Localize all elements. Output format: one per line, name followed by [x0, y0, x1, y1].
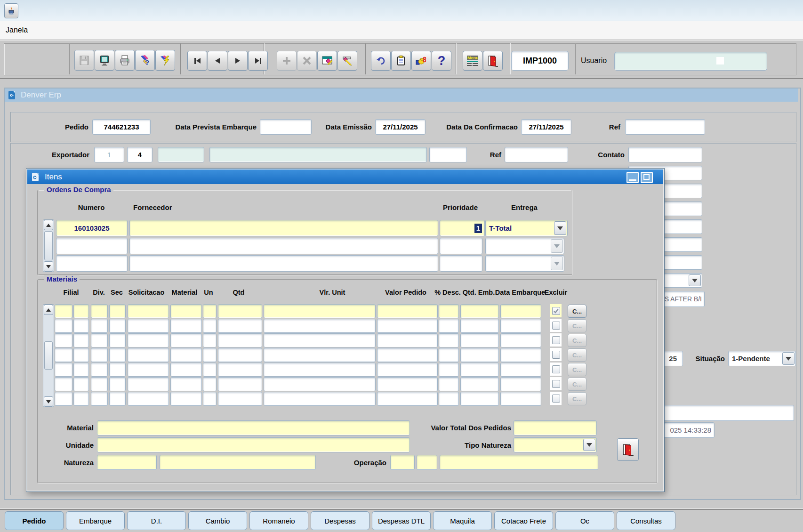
- material-cell-r7c2[interactable]: [73, 392, 89, 406]
- material-cell-r3c10[interactable]: [377, 333, 438, 347]
- material-cell-r4c2[interactable]: [73, 348, 89, 362]
- tab-maquila[interactable]: Maquila: [433, 511, 492, 530]
- material-cell-r6c7[interactable]: [203, 377, 217, 391]
- consulta-button[interactable]: C...: [568, 363, 586, 376]
- material-cell-r1c3[interactable]: [91, 304, 108, 318]
- material-cell-r4c11[interactable]: [439, 348, 459, 362]
- itens-dialog-titlebar[interactable]: Itens: [27, 169, 663, 184]
- material-cell-r2c5[interactable]: [128, 319, 169, 333]
- tab-despesas[interactable]: Despesas: [311, 511, 369, 530]
- menu-janela[interactable]: Janela: [6, 26, 28, 34]
- edit-execute-button[interactable]: [155, 50, 175, 71]
- material-cell-r6c11[interactable]: [439, 377, 459, 391]
- material-cell-r4c12[interactable]: [460, 348, 499, 362]
- denver-frame-titlebar[interactable]: Denver Erp: [5, 89, 798, 102]
- natureza-code-field[interactable]: [97, 455, 157, 470]
- data-prevista-field[interactable]: [260, 119, 312, 135]
- excluir-checkbox[interactable]: [552, 351, 560, 359]
- operacao-code1-field[interactable]: [390, 455, 415, 470]
- material-cell-r2c7[interactable]: [203, 319, 217, 333]
- chevron-down-icon[interactable]: [583, 439, 595, 451]
- clipboard-button[interactable]: [391, 51, 411, 71]
- tipo-natureza-dropdown[interactable]: [514, 437, 597, 452]
- material-cell-r6c4[interactable]: [109, 377, 126, 391]
- material-cell-r5c13[interactable]: [500, 363, 541, 377]
- material-cell-r3c7[interactable]: [203, 333, 217, 347]
- material-cell-r3c13[interactable]: [500, 333, 541, 347]
- material-cell-r7c1[interactable]: [55, 392, 72, 406]
- consulta-button[interactable]: C...: [568, 378, 586, 391]
- material-cell-r5c3[interactable]: [91, 363, 108, 377]
- tab-oc[interactable]: Oc: [555, 511, 614, 530]
- material-cell-r6c6[interactable]: [170, 377, 202, 391]
- material-cell-r6c8[interactable]: [218, 377, 262, 391]
- exportador-ref-field[interactable]: [505, 147, 568, 162]
- material-cell-r6c13[interactable]: [500, 377, 541, 391]
- excluir-checkbox[interactable]: [552, 322, 560, 330]
- material-cell-r5c8[interactable]: [218, 363, 262, 377]
- material-cell-r3c4[interactable]: [109, 333, 126, 347]
- operacao-code2-field[interactable]: [417, 455, 437, 470]
- material-cell-r6c3[interactable]: [91, 377, 108, 391]
- nav-next-button[interactable]: [228, 51, 248, 71]
- material-cell-r2c9[interactable]: [264, 319, 376, 333]
- exportador-short-field[interactable]: [158, 147, 204, 162]
- material-cell-r7c3[interactable]: [91, 392, 108, 406]
- material-cell-r5c7[interactable]: [203, 363, 217, 377]
- tab-cotacao-frete[interactable]: Cotacao Frete: [494, 511, 553, 530]
- material-cell-r1c11[interactable]: [439, 304, 459, 318]
- tab-d-i-[interactable]: D.I.: [127, 511, 186, 530]
- situacao-dropdown[interactable]: 1-Pendente: [728, 351, 796, 366]
- material-cell-r2c3[interactable]: [91, 319, 108, 333]
- material-cell-r1c6[interactable]: [170, 304, 202, 318]
- tab-romaneio[interactable]: Romaneio: [249, 511, 308, 530]
- scroll-up-button[interactable]: [44, 220, 53, 230]
- excluir-checkbox[interactable]: [552, 336, 560, 344]
- material-cell-r6c12[interactable]: [460, 377, 499, 391]
- material-cell-r5c10[interactable]: [377, 363, 438, 377]
- data-emissao-field[interactable]: 27/11/2025: [375, 119, 426, 135]
- material-cell-r3c3[interactable]: [91, 333, 108, 347]
- save-button[interactable]: [74, 50, 94, 71]
- tab-cambio[interactable]: Cambio: [188, 511, 247, 530]
- delete-record-button[interactable]: [297, 51, 317, 71]
- numero-field-row3[interactable]: [56, 255, 128, 272]
- material-cell-r4c1[interactable]: [55, 348, 72, 362]
- consulta-button[interactable]: C...: [568, 319, 586, 332]
- entrega-dropdown-row2[interactable]: [485, 238, 564, 254]
- scrollbar-thumb[interactable]: [44, 341, 53, 370]
- scroll-up-button[interactable]: [44, 305, 53, 315]
- edit-help-button[interactable]: ?: [135, 50, 155, 71]
- prioridade-field-row2[interactable]: [440, 238, 482, 254]
- material-cell-r4c13[interactable]: [500, 348, 541, 362]
- prioridade-field-row1[interactable]: 1: [440, 220, 485, 236]
- nav-prev-button[interactable]: [208, 51, 227, 71]
- header-ref-field[interactable]: [625, 119, 705, 135]
- material-footer-field[interactable]: [97, 420, 410, 435]
- data-confirmacao-field[interactable]: 27/11/2025: [521, 119, 571, 135]
- material-cell-r7c12[interactable]: [460, 392, 499, 406]
- material-cell-r2c13[interactable]: [500, 319, 541, 333]
- unidade-field[interactable]: [97, 437, 410, 452]
- material-cell-r1c5[interactable]: [128, 304, 169, 318]
- material-cell-r5c12[interactable]: [460, 363, 499, 377]
- material-cell-r2c8[interactable]: [218, 319, 262, 333]
- material-cell-r3c1[interactable]: [55, 333, 72, 347]
- material-cell-r6c1[interactable]: [55, 377, 72, 391]
- material-cell-r1c2[interactable]: [73, 304, 89, 318]
- undo-button[interactable]: [371, 51, 391, 71]
- nav-last-button[interactable]: [248, 51, 268, 71]
- tab-despesas-dtl[interactable]: Despesas DTL: [372, 511, 431, 530]
- help-button[interactable]: ?: [432, 51, 451, 71]
- excluir-checkbox[interactable]: [552, 380, 560, 388]
- material-cell-r4c4[interactable]: [109, 348, 126, 362]
- material-cell-r2c2[interactable]: [73, 319, 89, 333]
- material-cell-r2c4[interactable]: [109, 319, 126, 333]
- contato-field[interactable]: [628, 147, 702, 162]
- material-cell-r3c8[interactable]: [218, 333, 262, 347]
- fornecedor-field-row2[interactable]: [129, 238, 438, 254]
- entrega-dropdown-row3[interactable]: [485, 255, 564, 272]
- usuario-field[interactable]: [614, 52, 767, 71]
- material-cell-r7c6[interactable]: [170, 392, 202, 406]
- print-button[interactable]: [115, 50, 135, 71]
